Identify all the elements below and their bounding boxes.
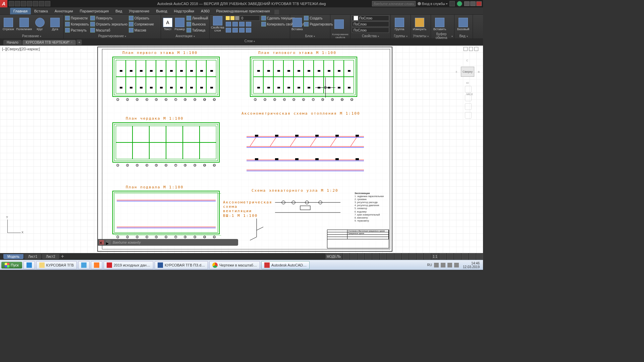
anno-scale[interactable]: 1:1 <box>431 253 439 259</box>
sb-gear-icon[interactable] <box>439 253 446 259</box>
polyline-button[interactable]: Полилиния <box>17 15 32 33</box>
layer-tool-icon[interactable] <box>246 22 251 26</box>
array-button[interactable]: Массив <box>129 27 154 33</box>
qat-redo-icon[interactable] <box>45 1 50 6</box>
mirror-button[interactable]: Отразить зеркально <box>90 21 127 27</box>
qat-save-icon[interactable] <box>21 1 26 6</box>
copy-button[interactable]: Копировать <box>65 21 89 27</box>
clock[interactable]: 14:46 12.03.2019 <box>461 261 482 269</box>
tray-shield-icon[interactable] <box>454 263 459 267</box>
sb-lwt-icon[interactable] <box>402 253 409 259</box>
signin-button[interactable]: Вход в службы▾ <box>418 2 447 6</box>
lineweight-combo[interactable]: ПоСлою <box>352 21 389 27</box>
qat-open-icon[interactable] <box>15 1 20 6</box>
layout-tab-2[interactable]: Лист2 <box>42 254 59 259</box>
taskbar-item-word[interactable]: КУРСОВАЯ ТГВ ПЗ.d… <box>155 261 208 269</box>
layer-props-button[interactable]: Свойства слоя <box>211 15 224 33</box>
command-line[interactable]: × ▸ Введите команду <box>97 239 238 246</box>
layer-tool-icon[interactable] <box>239 28 245 33</box>
trim-button[interactable]: Обрезать <box>129 15 154 21</box>
app-menu-button[interactable]: A <box>0 0 7 7</box>
viewport-label[interactable]: [–][Сверху][2D-каркас] <box>2 47 40 51</box>
linear-dim-button[interactable]: Линейный <box>186 15 208 21</box>
fillet-button[interactable]: Сопряжение <box>129 21 154 27</box>
linetype-combo[interactable]: ПоСлою <box>352 27 389 33</box>
file-tab-drawing[interactable]: КУРСОВАЯ ТГВ ЧЕРТЕЖИ*× <box>22 40 76 45</box>
sun-icon[interactable] <box>230 16 234 20</box>
tab-home[interactable]: Главная <box>10 8 31 14</box>
taskbar-item-firefox[interactable] <box>91 261 102 269</box>
move-button[interactable]: Перенести <box>65 15 89 21</box>
viewcube[interactable]: С В Ю З Сверху <box>458 62 477 81</box>
sb-transparency-icon[interactable] <box>409 253 416 259</box>
qat-undo-icon[interactable] <box>39 1 44 6</box>
circle-button[interactable]: Круг <box>33 15 47 33</box>
edit-block-button[interactable]: Редактировать <box>304 21 333 27</box>
qat-saveas-icon[interactable] <box>27 1 32 6</box>
add-layout-button[interactable]: + <box>60 254 65 259</box>
sb-osnap-icon[interactable] <box>372 253 379 259</box>
paste-button[interactable]: Вставить <box>432 15 447 33</box>
sb-customize-icon[interactable] <box>476 253 483 259</box>
sb-3dosnap-icon[interactable] <box>380 253 386 259</box>
sb-hardware-icon[interactable] <box>462 253 468 259</box>
stretch-button[interactable]: Растянуть <box>65 27 89 33</box>
scale-button[interactable]: Масштаб <box>90 27 127 33</box>
file-tab-start[interactable]: Начало <box>3 40 22 45</box>
tab-view[interactable]: Вид <box>112 8 125 14</box>
taskbar-item-chrome[interactable]: Чертежи в масштаб… <box>209 261 260 269</box>
layer-tool-icon[interactable] <box>226 22 231 26</box>
exchange-icon[interactable] <box>449 1 455 6</box>
tab-annotate[interactable]: Аннотации <box>51 8 76 14</box>
drawing-area[interactable]: [–][Сверху][2D-каркас] План первого этаж… <box>0 46 483 253</box>
viewcube-face[interactable]: Сверху <box>461 67 474 77</box>
base-view-button[interactable]: Базовый <box>456 15 471 33</box>
sb-ortho-icon[interactable] <box>358 253 364 259</box>
minimize-button[interactable] <box>464 1 470 6</box>
group-button[interactable]: Группа <box>392 15 407 33</box>
sb-dyn-icon[interactable] <box>394 253 401 259</box>
layer-combo[interactable]: 0 <box>240 15 260 21</box>
insert-block-button[interactable]: Вставка <box>291 15 303 33</box>
tray-volume-icon[interactable] <box>441 263 445 267</box>
matchprop-button[interactable] <box>332 15 346 33</box>
tab-manage[interactable]: Управление <box>125 8 153 14</box>
cmd-chevron-icon[interactable]: ▸ <box>106 240 111 245</box>
measure-button[interactable]: Измерить <box>412 15 427 33</box>
vp-close-icon[interactable] <box>474 47 478 51</box>
table-button[interactable]: Таблица <box>186 27 208 33</box>
leader-button[interactable]: Выноска <box>186 21 208 27</box>
qat-new-icon[interactable] <box>9 1 14 6</box>
nav-wheel-icon[interactable] <box>465 86 472 93</box>
lock-icon[interactable] <box>235 16 239 20</box>
tab-featured[interactable]: Рекомендованные приложения <box>213 8 273 14</box>
tray-network-icon[interactable] <box>447 263 452 267</box>
layout-tab-1[interactable]: Лист1 <box>24 254 41 259</box>
vp-min-icon[interactable] <box>464 47 468 51</box>
color-combo[interactable]: ПоСлою <box>352 15 389 21</box>
qat-plot-icon[interactable] <box>33 1 38 6</box>
layout-tab-model[interactable]: Модель <box>3 254 23 259</box>
layer-tool-icon[interactable] <box>232 22 238 26</box>
tab-addins[interactable]: Надстройки <box>171 8 198 14</box>
close-icon[interactable]: × <box>71 41 72 44</box>
taskbar-item-folder[interactable]: КУРСОВАЯ ТГВ <box>36 261 77 269</box>
sb-snap-icon[interactable] <box>350 253 357 259</box>
tab-output[interactable]: Вывод <box>153 8 170 14</box>
tab-a360[interactable]: A360 <box>198 8 213 14</box>
rotate-button[interactable]: Повернуть <box>90 15 127 21</box>
help-icon[interactable] <box>457 1 462 6</box>
taskbar-item-autocad[interactable]: Autodesk AutoCAD… <box>261 261 310 269</box>
cmd-close-icon[interactable]: × <box>99 240 104 245</box>
lang-indicator[interactable]: RU <box>427 263 432 267</box>
sb-visual-icon[interactable] <box>447 253 453 259</box>
close-button[interactable] <box>476 1 482 6</box>
tab-parametric[interactable]: Параметризация <box>76 8 112 14</box>
start-button[interactable]: Пуск <box>1 262 22 268</box>
sb-grid-icon[interactable] <box>343 253 350 259</box>
layer-tool-icon[interactable] <box>226 28 231 33</box>
nav-zoom-icon[interactable] <box>465 103 472 110</box>
layer-tool-icon[interactable] <box>232 28 238 33</box>
sb-otrack-icon[interactable] <box>387 253 394 259</box>
sb-isolate-icon[interactable] <box>454 253 461 259</box>
